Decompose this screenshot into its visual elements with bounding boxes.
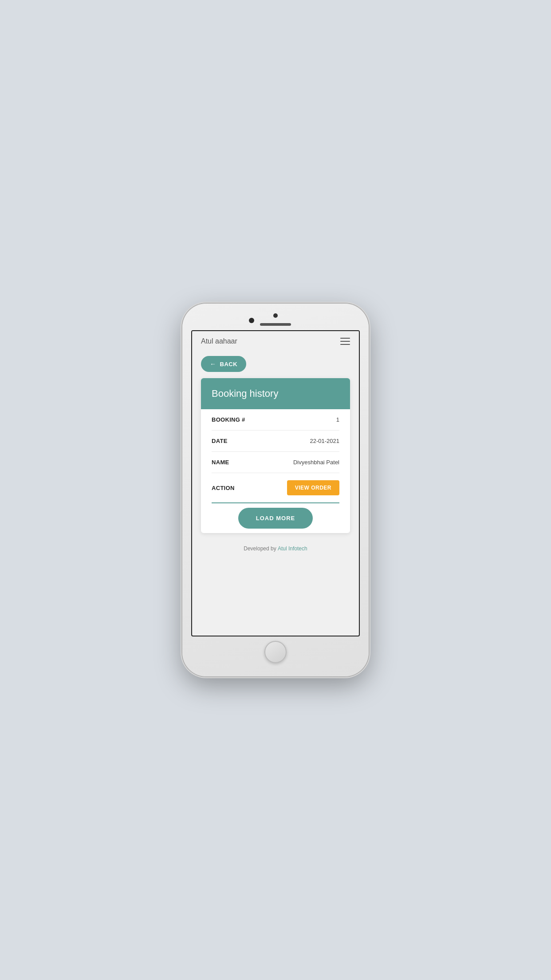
date-label: DATE <box>212 438 228 444</box>
load-more-button[interactable]: LOAD MORE <box>238 508 313 529</box>
camera-dot <box>273 313 278 318</box>
phone-top <box>182 312 369 330</box>
home-button[interactable] <box>264 641 287 663</box>
footer-text: Developed by <box>244 545 278 552</box>
app-title: Atul aahaar <box>201 337 237 345</box>
booking-history-card: Booking history BOOKING # 1 DATE 22-01-2… <box>201 378 350 533</box>
hamburger-line-3 <box>340 344 350 345</box>
hamburger-menu[interactable] <box>340 338 350 345</box>
app-footer: Developed by Atul Infotech <box>201 539 350 558</box>
phone-screen: Atul aahaar ← BACK Booking history <box>191 330 360 636</box>
app-content: ← BACK Booking history BOOKING # 1 DATE <box>192 352 359 636</box>
card-body: BOOKING # 1 DATE 22-01-2021 NAME Divyesh… <box>201 409 350 503</box>
name-row: NAME Divyeshbhai Patel <box>212 452 339 473</box>
action-row: ACTION VIEW ORDER <box>212 473 339 503</box>
back-button[interactable]: ← BACK <box>201 356 246 372</box>
booking-number-row: BOOKING # 1 <box>212 409 339 431</box>
footer-brand: Atul Infotech <box>278 545 307 552</box>
speaker <box>260 323 291 326</box>
name-label: NAME <box>212 459 229 466</box>
name-value: Divyeshbhai Patel <box>293 459 339 466</box>
hamburger-line-1 <box>340 338 350 339</box>
app-header: Atul aahaar <box>192 331 359 352</box>
date-value: 22-01-2021 <box>310 438 340 444</box>
booking-number-value: 1 <box>336 416 339 423</box>
action-label: ACTION <box>212 485 235 491</box>
card-title: Booking history <box>212 388 339 399</box>
front-camera <box>249 318 254 323</box>
back-arrow-icon: ← <box>210 360 216 368</box>
phone-frame: Atul aahaar ← BACK Booking history <box>182 304 369 676</box>
date-row: DATE 22-01-2021 <box>212 431 339 452</box>
booking-number-label: BOOKING # <box>212 416 245 423</box>
hamburger-line-2 <box>340 341 350 342</box>
back-button-label: BACK <box>220 361 238 368</box>
card-header: Booking history <box>201 378 350 409</box>
view-order-button[interactable]: VIEW ORDER <box>287 480 339 495</box>
